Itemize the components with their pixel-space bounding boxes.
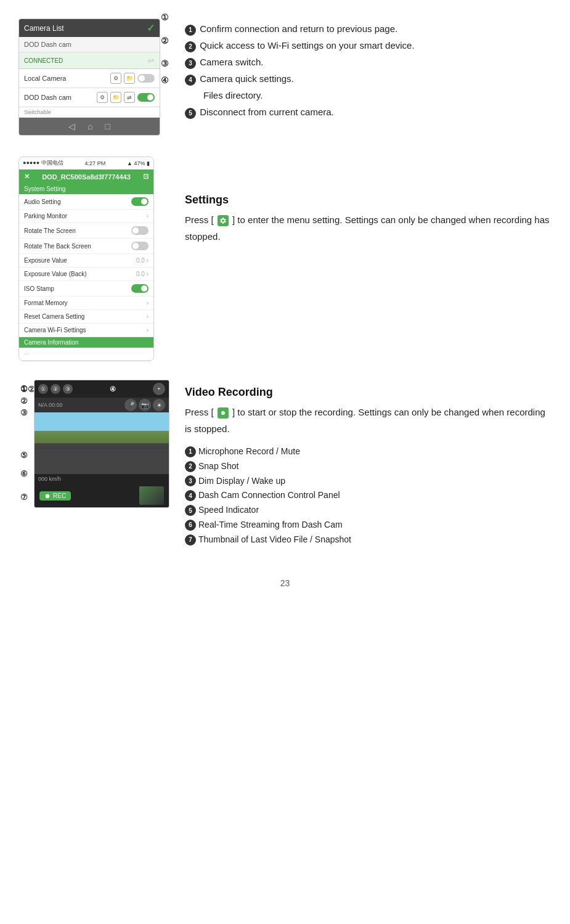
record-button[interactable]: ⏺ REC [39,491,71,501]
thumbnail [139,486,164,505]
side-label-7: ⑦ [20,493,28,502]
settings-row-wifi: Camera Wi-Fi Settings › [19,324,153,337]
toggle-off [137,74,155,83]
icon-btns: 🎤 📷 ☀ [124,399,165,411]
section1-text: 1 ①Confirm connection and return to prev… [185,18,552,121]
folder-icon: 📁 [124,73,135,84]
back-nav-icon: ◁ [68,121,75,131]
side-labels: ① ② ③ [20,383,28,419]
camera-icon: 📷 [139,399,151,411]
settings-body: Press [ ] to enter the menu setting. Set… [185,211,552,245]
video-body: Press [ ] to start or stop the recording… [185,404,552,437]
menu-nav-icon: □ [105,121,110,131]
desc-3: 3 Camera switch. [185,55,552,70]
record-svg [219,409,227,417]
list-item-7: 7 Thumbnail of Last Video File / Snapsho… [185,533,552,547]
badge-3: ③ [161,59,169,68]
folder-icon-2: 📁 [110,92,121,103]
dod-icons: ⚙ 📁 ⇌ [97,92,155,103]
switchable-label: Switchable [19,107,160,118]
list-item-5: 5 Speed Indicator [185,503,552,518]
settings-row-rotate: Rotate The Screen [19,223,153,239]
desc-1: 1 ①Confirm connection and return to prev… [185,22,552,36]
road [35,449,169,474]
mic-icon: 🎤 [124,399,137,411]
record-icon-inline [218,407,229,419]
list-item-6: 6 Real-Time Streaming from Dash Cam [185,518,552,533]
rotate-back-toggle[interactable] [131,242,149,250]
settings-row-cam-info: ··· [19,348,153,361]
desc-5: Files directory. [185,88,552,103]
video-top-bar: ① ② ③ ④ + [35,380,169,398]
list-item-3: 3 Dim Display / Wake up [185,474,552,489]
num-row: ① ② ③ [38,384,73,394]
check-icon: ✓ [147,23,155,33]
page: Camera List ✓ DOD Dash cam CONNECTED ⇌ [18,12,552,588]
video-mockup: ① ② ③ ④ + N/A 00:00 🎤 📷 ☀ [34,380,169,508]
speed-bar: 000 km/h [35,474,169,484]
video-bottom-bar: ⏺ REC [35,484,169,507]
camera-list-local: Local Camera ⚙ 📁 [19,69,160,88]
settings-row-exposure: Exposure Value 0.0 › [19,254,153,268]
section3-text: Video Recording Press [ ] to start or st… [185,380,552,547]
badge-4: ④ [161,75,169,85]
gear-icon-inline [218,215,229,226]
gear-icon: ⚙ [110,73,121,84]
section-camera-list: Camera List ✓ DOD Dash cam CONNECTED ⇌ [18,18,552,138]
settings-row-parking: Parking Monitor › [19,210,153,223]
side-label-5: ⑤ [20,451,28,460]
badge-1: ① [161,12,169,22]
side-label-6: ⑥ [20,469,28,478]
camera-info-header: Camera Information [19,337,153,348]
settings-row-reset: Reset Camera Setting › [19,310,153,324]
badge-4-video: ④ [110,385,116,393]
speed-indicator: 000 km/h [38,476,61,482]
circle-3: ③ [63,384,73,394]
video-title: Video Recording [185,386,552,399]
toggle-on [137,93,155,102]
settings-title: Settings [185,194,552,206]
settings-row-rotate-back: Rotate The Back Screen [19,239,153,254]
list-item-4: 4 Dash Cam Connection Control Panel [185,488,552,503]
page-number: 23 [18,578,552,588]
desc-6: 5 Disconnect from current camera. [185,105,552,120]
gear-icon-2: ⚙ [97,92,108,103]
settings-row-format: Format Memory › [19,296,153,310]
svg-point-0 [221,411,225,415]
camera-list-dod: DOD Dash cam ⚙ 📁 ⇌ [19,88,160,107]
settings-row-iso: ISO Stamp [19,281,153,296]
settings-mockup: ●●●●● 中国电信 4:27 PM ▲ 47% ▮ ✕ DOD_RC500Sa… [18,157,154,361]
section2-text: Settings Press [ ] to enter the menu set… [185,157,552,245]
settings-title-bar: ✕ DOD_RC500Sa8d3f7774443 ⊡ [19,170,153,184]
desc-2: 2 Quick access to Wi-Fi settings on your… [185,38,552,53]
wifi-icon: ⇌ [147,55,155,65]
desc-4: 4 Camera quick settings. [185,72,552,86]
section-video: ①②③ ① ② ③ ④ + N/A 00 [18,380,552,547]
iso-toggle[interactable] [131,284,149,293]
audio-toggle[interactable] [131,197,149,206]
sun-icon: ☀ [153,399,165,411]
add-icon: + [153,383,165,395]
settings-row-audio: Audio Setting [19,194,153,210]
camera-list-mockup: Camera List ✓ DOD Dash cam CONNECTED ⇌ [18,18,160,136]
list-item-2: 2 Snap Shot [185,459,552,474]
camera-list-image: Camera List ✓ DOD Dash cam CONNECTED ⇌ [18,18,166,138]
video-info-bar: N/A 00:00 🎤 📷 ☀ [35,398,169,412]
disconnect-icon: ⇌ [124,92,135,103]
badge-2: ② [161,36,169,46]
home-nav-icon: ⌂ [88,121,92,131]
local-icons: ⚙ 📁 [110,73,155,84]
settings-image: ●●●●● 中国电信 4:27 PM ▲ 47% ▮ ✕ DOD_RC500Sa… [18,157,166,361]
camera-list-title: Camera List [24,24,64,33]
camera-list-header: Camera List ✓ [19,19,160,37]
system-setting-header: System Setting [19,184,153,194]
gear-svg [219,217,227,224]
connected-bar: CONNECTED ⇌ [19,52,160,69]
rotate-toggle[interactable] [131,226,149,235]
video-image: ①②③ ① ② ③ ④ + N/A 00 [18,380,166,510]
circle-1: ① [38,384,48,394]
video-stream [35,412,169,474]
list-item-1: 1 Microphone Record / Mute [185,444,552,459]
status-bar: ●●●●● 中国电信 4:27 PM ▲ 47% ▮ [19,157,153,170]
road-scene [35,412,169,474]
